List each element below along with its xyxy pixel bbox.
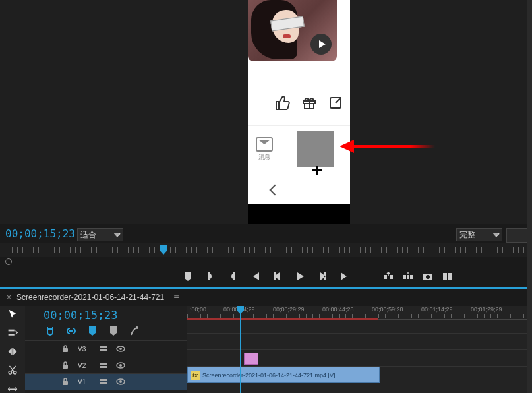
svg-point-26 — [119, 364, 122, 367]
clip-v2[interactable] — [244, 353, 258, 365]
gift-icon — [301, 95, 317, 111]
track-select-tool-icon[interactable] — [7, 327, 18, 338]
svg-rect-29 — [100, 382, 107, 384]
zoom-select[interactable]: 适合 — [77, 228, 123, 241]
timeline-timecode[interactable]: 00;00;15;23 — [25, 306, 187, 323]
tab-menu-icon[interactable]: ≡ — [173, 292, 179, 303]
eye-icon[interactable] — [116, 344, 125, 353]
timeline-settings-icon[interactable] — [129, 326, 140, 336]
step-forward-icon[interactable] — [317, 271, 328, 282]
svg-rect-5 — [403, 275, 406, 279]
export-frame-icon[interactable] — [423, 271, 433, 282]
razor-tool-icon[interactable] — [7, 365, 18, 375]
annotation-arrow — [340, 140, 435, 153]
track-label: V2 — [78, 362, 91, 369]
svg-rect-24 — [100, 366, 107, 368]
lock-icon[interactable] — [61, 377, 70, 386]
svg-rect-28 — [100, 379, 107, 381]
share-icon — [328, 95, 343, 111]
timeline-playhead[interactable] — [240, 306, 241, 393]
marker-add-icon[interactable] — [183, 271, 193, 282]
svg-rect-10 — [443, 273, 447, 280]
program-timecode[interactable]: 00;00;15;23 — [5, 227, 75, 240]
svg-rect-19 — [100, 349, 107, 351]
slip-tool-icon[interactable] — [7, 384, 18, 393]
timeline-tracks-area[interactable]: ;00;00 00;00;14;29 00;00;29;29 00;00;44;… — [187, 306, 532, 393]
program-monitor[interactable]: 消息 — [248, 0, 350, 224]
svg-rect-12 — [9, 330, 15, 332]
track-v2[interactable] — [187, 349, 532, 366]
svg-rect-27 — [63, 381, 68, 385]
like-icon — [275, 95, 291, 111]
svg-rect-13 — [9, 334, 15, 336]
add-marker-icon[interactable] — [87, 326, 98, 336]
svg-point-9 — [426, 275, 430, 279]
track-label: V3 — [78, 346, 91, 353]
svg-rect-22 — [63, 365, 68, 369]
gray-overlay-box — [297, 131, 334, 167]
svg-rect-7 — [410, 275, 413, 279]
extract-icon[interactable] — [403, 271, 413, 282]
sync-lock-icon[interactable] — [99, 377, 108, 386]
quality-select[interactable]: 完整 — [456, 228, 502, 241]
svg-rect-18 — [100, 346, 107, 348]
sync-lock-icon[interactable] — [99, 344, 108, 353]
lock-icon[interactable] — [61, 361, 70, 370]
svg-point-31 — [119, 380, 122, 383]
svg-rect-17 — [63, 348, 68, 352]
sync-lock-icon[interactable] — [99, 361, 108, 370]
fx-badge[interactable]: fx — [191, 371, 200, 380]
snap-icon[interactable] — [45, 326, 55, 336]
track-header-v1[interactable]: V1 — [25, 373, 187, 390]
in-point-icon[interactable] — [205, 271, 216, 282]
render-bar — [187, 318, 378, 320]
svg-point-15 — [13, 371, 16, 375]
selection-tool-icon[interactable] — [7, 309, 18, 319]
eye-icon[interactable] — [116, 361, 125, 370]
comparison-view-icon[interactable] — [442, 271, 453, 282]
video-thumbnail — [248, 0, 337, 61]
linked-selection-icon[interactable] — [66, 326, 76, 336]
clip-v1[interactable]: fx Screenrecorder-2021-01-06-14-21-44-72… — [187, 367, 380, 383]
marker-icon[interactable] — [108, 326, 119, 336]
ripple-tool-icon[interactable] — [7, 346, 18, 357]
settings-dropdown[interactable] — [506, 228, 527, 243]
mail-icon — [256, 137, 273, 152]
nav-messages: 消息 — [248, 132, 281, 168]
timeline-panel: × Screenrecorder-2021-01-06-14-21-44-721… — [0, 287, 532, 393]
svg-rect-11 — [448, 273, 452, 280]
svg-rect-6 — [407, 275, 409, 279]
track-v3[interactable] — [187, 333, 532, 349]
person-image — [251, 0, 310, 61]
program-ruler[interactable] — [0, 243, 532, 257]
track-v1[interactable]: fx Screenrecorder-2021-01-06-14-21-44-72… — [187, 366, 532, 382]
phone-screen-content: 消息 — [248, 0, 350, 204]
transport-controls — [0, 267, 532, 286]
nav-messages-label: 消息 — [248, 153, 281, 162]
play-icon[interactable] — [295, 271, 305, 282]
ruler-start-marker — [5, 258, 12, 265]
step-back-icon[interactable] — [272, 271, 283, 282]
eye-icon[interactable] — [116, 377, 125, 386]
program-monitor-panel: 消息 — [0, 0, 532, 224]
svg-rect-3 — [384, 275, 387, 279]
track-header-column: 00;00;15;23 V3 V2 V — [25, 306, 187, 393]
svg-rect-23 — [100, 363, 107, 365]
action-row — [248, 89, 350, 117]
lift-icon[interactable] — [383, 271, 394, 282]
svg-point-21 — [119, 348, 122, 350]
go-to-out-icon[interactable] — [340, 271, 350, 282]
sequence-tab-title[interactable]: Screenrecorder-2021-01-06-14-21-44-721 — [16, 293, 164, 302]
track-header-v2[interactable]: V2 — [25, 357, 187, 373]
vertical-scrollbar[interactable] — [527, 0, 532, 393]
clip-name: Screenrecorder-2021-01-06-14-21-44-721.m… — [202, 372, 336, 378]
out-point-icon[interactable] — [227, 271, 238, 282]
svg-point-14 — [9, 371, 12, 375]
go-to-in-icon[interactable] — [250, 271, 260, 282]
lock-icon[interactable] — [61, 344, 70, 353]
svg-point-16 — [136, 326, 138, 329]
timeline-tab-bar: × Screenrecorder-2021-01-06-14-21-44-721… — [0, 289, 532, 306]
timeline-tools — [0, 306, 25, 393]
track-header-v3[interactable]: V3 — [25, 340, 187, 357]
tab-close-button[interactable]: × — [7, 293, 11, 302]
